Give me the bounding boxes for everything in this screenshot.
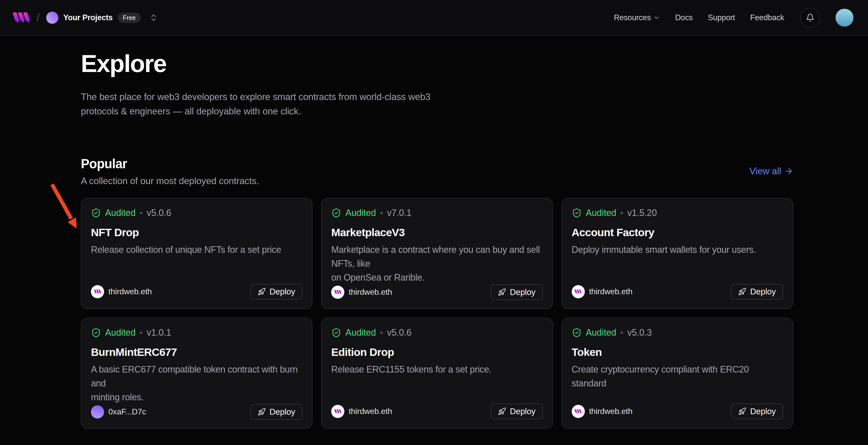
contract-card-edition-drop[interactable]: Audited • v5.0.6 Edition Drop Release ER… [321, 318, 553, 429]
nav-support[interactable]: Support [708, 13, 735, 22]
page-subtitle-line: protocols & engineers — all deployable w… [81, 104, 793, 119]
audited-label: Audited [345, 327, 376, 338]
rocket-icon [258, 288, 266, 296]
logo-shard [98, 289, 101, 294]
publisher-link[interactable]: thirdweb.eth [572, 285, 632, 298]
card-meta-row: Audited • v5.0.6 [91, 208, 302, 218]
deploy-button[interactable]: Deploy [250, 284, 303, 299]
logo-shard [339, 409, 342, 413]
logo-shard [579, 289, 582, 294]
view-all-label: View all [749, 166, 781, 177]
thirdweb-mini-logo [94, 289, 101, 294]
nav-resources[interactable]: Resources [614, 13, 660, 22]
description-line: Release collection of unique NFTs for a … [91, 243, 302, 257]
view-all-link[interactable]: View all [749, 166, 793, 177]
audited-label: Audited [105, 208, 136, 218]
rocket-icon [258, 408, 266, 416]
contract-title: Edition Drop [331, 346, 542, 358]
popular-subtitle: A collection of our most deployed contra… [81, 176, 259, 186]
publisher-name: thirdweb.eth [108, 287, 152, 296]
nav-docs[interactable]: Docs [675, 13, 693, 22]
card-footer: thirdweb.eth Deploy [572, 404, 783, 419]
card-footer: thirdweb.eth Deploy [91, 284, 302, 299]
contract-card-token[interactable]: Audited • v5.0.3 Token Create cryptocurr… [562, 318, 793, 429]
contract-title: Account Factory [572, 226, 783, 239]
address-avatar [91, 405, 104, 418]
publisher-link[interactable]: thirdweb.eth [331, 405, 392, 418]
thirdweb-mini-logo [335, 409, 341, 413]
plan-badge: Free [118, 12, 141, 23]
rocket-icon [498, 407, 506, 415]
description-line: on OpenSea or Rarible. [331, 271, 542, 284]
card-meta-row: Audited • v1.0.1 [91, 327, 302, 338]
publisher-link[interactable]: thirdweb.eth [91, 285, 152, 298]
contract-card-account-factory[interactable]: Audited • v1.5.20 Account Factory Deploy… [562, 198, 793, 309]
audited-label: Audited [105, 327, 136, 338]
deploy-label: Deploy [750, 287, 776, 296]
shield-check-icon [572, 327, 582, 338]
contract-description: Marketplace is a contract where you can … [331, 243, 542, 284]
publisher-link[interactable]: thirdweb.eth [331, 286, 392, 299]
publisher-link[interactable]: thirdweb.eth [572, 405, 632, 418]
publisher-name: thirdweb.eth [589, 407, 632, 416]
rocket-icon [738, 407, 746, 415]
bell-icon [806, 13, 814, 22]
deploy-label: Deploy [510, 407, 535, 416]
deploy-button[interactable]: Deploy [491, 404, 543, 419]
contract-description: A basic ERC677 compatible token contract… [91, 362, 302, 404]
contract-card-marketplacev3[interactable]: Audited • v7.0.1 MarketplaceV3 Marketpla… [321, 198, 553, 309]
top-navigation-bar: / Your Projects Free Resources Docs Supp… [0, 0, 868, 36]
contract-description: Release collection of unique NFTs for a … [91, 243, 302, 257]
deploy-button[interactable]: Deploy [731, 284, 783, 299]
publisher-name: thirdweb.eth [589, 287, 632, 296]
shield-check-icon [91, 327, 101, 338]
deploy-button[interactable]: Deploy [731, 404, 783, 419]
description-line: A basic ERC677 compatible token contract… [91, 362, 302, 390]
description-line: Create cryptocurrency compliant with ERC… [572, 362, 783, 390]
team-avatar [46, 11, 58, 24]
card-meta-row: Audited • v1.5.20 [572, 208, 783, 218]
team-selector[interactable]: Your Projects Free [46, 11, 158, 24]
deploy-button[interactable]: Deploy [491, 284, 543, 300]
rocket-icon [738, 288, 746, 296]
nav-resources-label: Resources [614, 13, 651, 22]
card-meta-row: Audited • v7.0.1 [331, 208, 542, 218]
page-subtitle-line: The best place for web3 developers to ex… [81, 90, 793, 104]
nav-support-label: Support [708, 13, 735, 22]
notifications-button[interactable] [800, 8, 820, 28]
contract-card-burnminterc677[interactable]: Audited • v1.0.1 BurnMintERC677 A basic … [81, 318, 312, 429]
audited-label: Audited [586, 208, 616, 218]
contract-description: Create cryptocurrency compliant with ERC… [572, 362, 783, 390]
contract-title: Token [572, 346, 783, 358]
deploy-label: Deploy [270, 287, 295, 296]
thirdweb-publisher-avatar [331, 286, 344, 299]
nav-docs-label: Docs [675, 13, 693, 22]
thirdweb-mini-logo [335, 290, 341, 294]
version-label: v5.0.3 [627, 327, 652, 338]
audited-label: Audited [345, 208, 376, 218]
dot-separator: • [620, 209, 623, 217]
deploy-button[interactable]: Deploy [250, 404, 303, 420]
page-subtitle: The best place for web3 developers to ex… [81, 90, 793, 119]
thirdweb-logo[interactable] [14, 12, 29, 23]
contract-card-nft-drop[interactable]: Audited • v5.0.6 NFT Drop Release collec… [81, 198, 312, 309]
deploy-label: Deploy [750, 407, 776, 416]
card-meta-row: Audited • v5.0.3 [572, 327, 783, 338]
popular-section-header: Popular A collection of our most deploye… [81, 156, 793, 186]
dot-separator: • [620, 328, 623, 337]
chevrons-up-down-icon[interactable] [149, 13, 158, 22]
version-label: v1.0.1 [147, 327, 171, 338]
contract-title: BurnMintERC677 [91, 346, 302, 358]
version-label: v7.0.1 [387, 208, 411, 218]
thirdweb-publisher-avatar [331, 405, 344, 418]
main-content: Explore The best place for web3 develope… [81, 36, 793, 439]
thirdweb-mini-logo [575, 289, 581, 294]
logo-shard [579, 409, 582, 413]
nav-feedback[interactable]: Feedback [750, 13, 784, 22]
description-line: Marketplace is a contract where you can … [331, 243, 542, 271]
publisher-link[interactable]: 0xaF...D7c [91, 405, 146, 418]
shield-check-icon [572, 208, 582, 218]
contract-description: Release ERC1155 tokens for a set price. [331, 362, 542, 376]
publisher-name: thirdweb.eth [349, 287, 392, 297]
user-avatar[interactable] [835, 8, 854, 27]
